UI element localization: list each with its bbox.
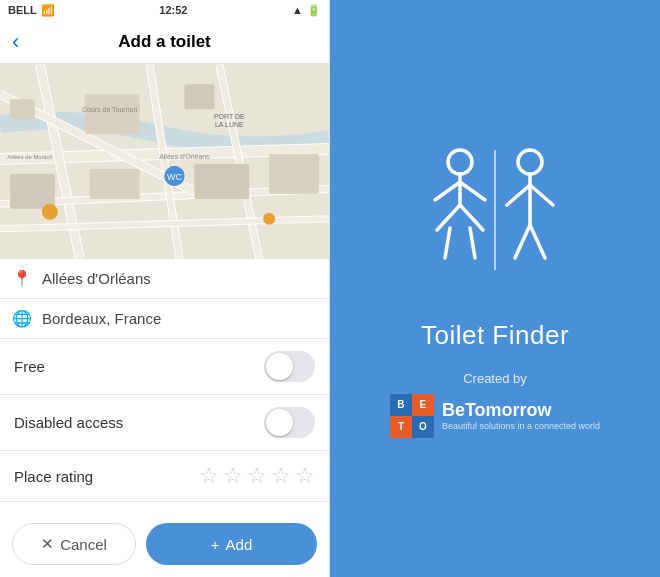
status-right: ▲ 🔋 [292, 4, 321, 17]
created-by-section: Created by B E T O BeTomorrow Beautiful … [390, 371, 600, 438]
city-row[interactable]: 🌐 Bordeaux, France [0, 299, 329, 339]
svg-point-31 [42, 204, 58, 220]
location-input[interactable]: Allées d'Orléans [42, 270, 317, 287]
globe-icon: 🌐 [12, 309, 32, 328]
svg-text:LA LUNE: LA LUNE [215, 121, 244, 128]
svg-rect-18 [194, 164, 249, 199]
free-toggle[interactable] [264, 351, 315, 382]
svg-line-45 [530, 185, 553, 205]
star-1[interactable]: ☆ [199, 463, 219, 489]
svg-point-40 [518, 150, 542, 174]
rating-label: Place rating [14, 468, 199, 485]
free-label: Free [14, 358, 264, 375]
app-title: Toilet Finder [421, 320, 569, 351]
cancel-label: Cancel [60, 536, 107, 553]
svg-text:Allées d'Orléans: Allées d'Orléans [159, 153, 210, 160]
svg-line-44 [507, 185, 530, 205]
svg-rect-20 [10, 174, 55, 209]
svg-line-35 [445, 228, 450, 258]
svg-line-43 [530, 225, 545, 258]
svg-line-42 [515, 225, 530, 258]
location-icon: ▲ [292, 4, 303, 16]
top-nav: ‹ Add a toilet [0, 20, 329, 64]
left-panel: BELL 📶 12:52 ▲ 🔋 ‹ Add a toilet [0, 0, 330, 577]
brand-cell-b: B [390, 394, 412, 416]
back-button[interactable]: ‹ [12, 29, 19, 55]
form-area: 📍 Allées d'Orléans 🌐 Bordeaux, France Fr… [0, 259, 329, 577]
svg-text:Cours de Tournon: Cours de Tournon [82, 106, 137, 113]
svg-rect-21 [10, 99, 35, 119]
location-row[interactable]: 📍 Allées d'Orléans [0, 259, 329, 299]
svg-line-37 [435, 182, 460, 200]
star-3[interactable]: ☆ [247, 463, 267, 489]
status-left: BELL 📶 [8, 4, 55, 17]
add-label: Add [226, 536, 253, 553]
svg-text:Allées de Munich: Allées de Munich [7, 154, 52, 160]
svg-point-32 [263, 213, 275, 225]
button-row: ✕ Cancel + Add [0, 511, 329, 577]
disabled-toggle-knob [266, 409, 293, 436]
svg-text:PORT DE: PORT DE [214, 113, 245, 120]
brand-text: BeTomorrow Beautiful solutions in a conn… [442, 400, 600, 431]
svg-rect-15 [85, 94, 140, 134]
star-2[interactable]: ☆ [223, 463, 243, 489]
star-rating[interactable]: ☆ ☆ ☆ ☆ ☆ [199, 463, 315, 489]
status-time: 12:52 [159, 4, 187, 16]
brand-cell-t: T [390, 416, 412, 438]
star-5[interactable]: ☆ [295, 463, 315, 489]
page-title: Add a toilet [118, 32, 211, 52]
wifi-icon: 📶 [41, 4, 55, 17]
free-toggle-row: Free [0, 339, 329, 395]
brand-tagline: Beautiful solutions in a connected world [442, 421, 600, 431]
map-container[interactable]: Cours de Tournon Allées de Munich PORT D… [0, 64, 329, 259]
add-plus-icon: + [211, 536, 220, 553]
brand-row: B E T O BeTomorrow Beautiful solutions i… [390, 394, 600, 438]
brand-cell-e: E [412, 394, 434, 416]
rating-row: Place rating ☆ ☆ ☆ ☆ ☆ [0, 451, 329, 502]
svg-point-33 [448, 150, 472, 174]
city-input[interactable]: Bordeaux, France [42, 310, 317, 327]
toilet-icon [415, 140, 575, 300]
star-4[interactable]: ☆ [271, 463, 291, 489]
created-by-label: Created by [463, 371, 527, 386]
svg-rect-16 [184, 84, 214, 109]
svg-text:WC: WC [167, 172, 182, 182]
battery-icon: 🔋 [307, 4, 321, 17]
free-toggle-knob [266, 353, 293, 380]
disabled-toggle[interactable] [264, 407, 315, 438]
right-panel: Toilet Finder Created by B E T O BeTomor… [330, 0, 660, 577]
svg-rect-19 [269, 154, 319, 194]
cancel-button[interactable]: ✕ Cancel [12, 523, 136, 565]
status-bar: BELL 📶 12:52 ▲ 🔋 [0, 0, 329, 20]
brand-cell-o: O [412, 416, 434, 438]
svg-line-36 [470, 228, 475, 258]
brand-logo: B E T O [390, 394, 434, 438]
brand-name: BeTomorrow [442, 400, 600, 421]
cancel-x-icon: ✕ [41, 535, 54, 553]
map-svg: Cours de Tournon Allées de Munich PORT D… [0, 64, 329, 259]
carrier-label: BELL [8, 4, 37, 16]
disabled-label: Disabled access [14, 414, 264, 431]
location-pin-icon: 📍 [12, 269, 32, 288]
add-button[interactable]: + Add [146, 523, 317, 565]
svg-rect-17 [90, 169, 140, 199]
svg-line-38 [460, 182, 485, 200]
disabled-toggle-row: Disabled access [0, 395, 329, 451]
